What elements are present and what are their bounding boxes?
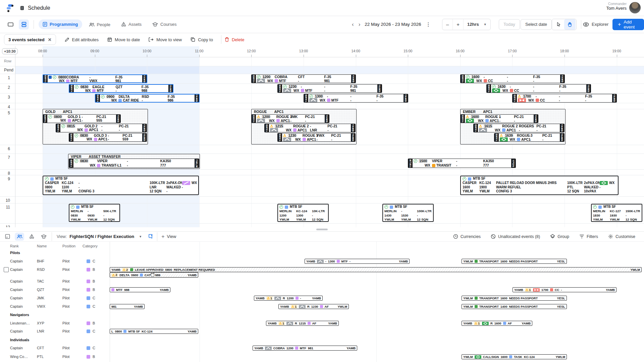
schedule-event[interactable]: YAMB ⚠1215 ROGUE 2-PC-21 WX APC1 LNR-YAM… xyxy=(264,124,356,132)
schedule-event[interactable]: YAMB ⚠1615 ROGUE 2ROGERSPC-21 WX APC1 --… xyxy=(473,124,565,132)
allocation-bar[interactable]: YWLMTRANSPORT1600NEEDS PASSPORTYESL xyxy=(462,259,567,264)
allocation-bar[interactable]: YAMB⚠1R1230AFYWLM xyxy=(278,304,349,309)
schedule-event[interactable]: YAMB ⚠1639 ROGUE 3-PC-21 WX APC1 --YAMB xyxy=(494,133,565,142)
edit-attributes-button[interactable]: Edit attributes xyxy=(65,37,99,42)
prev-date-button[interactable]: ‹ xyxy=(350,21,356,28)
people-view-button[interactable] xyxy=(15,233,24,241)
allocation-bar[interactable]: YAMB⚠1R1215AFYAMB xyxy=(266,321,339,326)
assets-view-button[interactable] xyxy=(27,233,36,241)
view-selector[interactable]: FighterSQN / Fighter Execution xyxy=(69,234,134,239)
origin-airport-tab: YAMB xyxy=(96,95,100,102)
currencies-button[interactable]: Currencies xyxy=(453,234,481,239)
pan-tool-button[interactable] xyxy=(564,19,576,30)
group-button[interactable]: Group xyxy=(550,234,569,239)
group-type: ASSET TRANSFER xyxy=(89,155,121,159)
schedule-event[interactable]: YAMB ✓0830 EAGLEQZTF-35 WX MTF -988YAMB xyxy=(69,84,173,93)
selection-count-pill[interactable]: 3 events selected ✕ xyxy=(4,34,56,45)
bar-text: YAMB xyxy=(328,321,337,325)
unallocated-events-button[interactable]: Unallocated events (8) xyxy=(491,234,540,239)
allocation-bar[interactable]: YAMB⚠1R1200-YAMB xyxy=(254,296,323,301)
timezone-chip[interactable]: +10:30 xyxy=(2,48,18,54)
event-person: - xyxy=(533,85,559,88)
schedule-event[interactable]: YAMB ✓1200 COBRACFTF-35 WX MTF -981YAMB xyxy=(251,74,356,83)
tanker-event[interactable]: ✓MTB SFMERLINKC-127150K-LTR18301930-YWLM… xyxy=(591,204,642,222)
tanker-event[interactable]: ✓MTB SFMERLINKC-12410K-LTR12001300-YWLMY… xyxy=(277,204,329,222)
select-date-button[interactable]: Select date xyxy=(521,19,552,30)
allocation-bar[interactable]: YAMBCOBRA1200MTF981YAMB xyxy=(253,346,357,351)
avatar[interactable] xyxy=(629,2,641,13)
allocation-bar[interactable]: 981YAMB xyxy=(110,304,145,309)
event-person: ROGERS xyxy=(519,124,536,128)
schedule-event[interactable]: YAMB ⚠1700 --F-35 WX CC --YAMB xyxy=(512,94,617,103)
event-type: TRANSIT-L1 xyxy=(101,164,121,167)
allocation-bar[interactable]: MTF988YAMB xyxy=(110,287,170,292)
allocation-bar[interactable]: YWLMTRANSPORT1400NEEDS PASSPORTYESL xyxy=(462,304,567,309)
tab-people[interactable]: People xyxy=(85,20,114,29)
today-button[interactable]: Today xyxy=(499,19,520,30)
panel-splitter[interactable] xyxy=(0,227,644,231)
tab-courses[interactable]: Courses xyxy=(148,19,180,29)
bar-text: YWLM xyxy=(630,268,640,272)
tanker-event[interactable]: ✓MTB SFMERLIN-100K-LTR14301530-YWLMYWLM1… xyxy=(382,204,434,222)
event-type: MTB SF xyxy=(81,205,94,209)
zoom-out-button[interactable]: – xyxy=(442,19,452,30)
user-block[interactable]: Commander Tom Avers xyxy=(606,2,627,11)
add-view-button[interactable]: +View xyxy=(161,234,176,240)
roster-position: Pilot xyxy=(62,355,69,359)
next-date-button[interactable]: › xyxy=(356,21,363,28)
allocation-bar[interactable]: YWLMTRANSPORT1600NEEDS PASSPORTYESL xyxy=(462,296,567,301)
single-pane-layout-button[interactable] xyxy=(5,19,15,29)
collapse-sidebar-icon[interactable]: › xyxy=(20,5,22,11)
cargo-event[interactable]: ✓MTB SFCASPERKC-124-100K-LTR2xPAX-ONWX08… xyxy=(43,176,199,195)
schedule-event[interactable]: YAMB ✓0900 DELTARSDF-35 WX CAT RIDE -986… xyxy=(95,94,200,103)
save-view-button[interactable] xyxy=(148,234,153,239)
schedule-event[interactable]: YAMB ✓0830 GOLD 3-PC-21 WX APC1 -559YAMB xyxy=(69,133,147,142)
roster-view-button[interactable] xyxy=(3,233,12,241)
copy-to-button[interactable]: Copy to xyxy=(191,37,213,42)
check-icon: ✓ xyxy=(283,85,287,88)
schedule-event[interactable]: YAMB ✓1600 --F-35 WX CC --YAMB xyxy=(460,74,565,83)
category-square xyxy=(123,330,126,333)
zoom-in-button[interactable]: + xyxy=(452,19,463,30)
schedule-event[interactable]: YAMB ✓1230 --F-35 WX MTF -981YAMB xyxy=(277,84,382,93)
move-to-view-button[interactable]: Move to view xyxy=(149,37,182,42)
date-options-kebab-icon[interactable]: ⋮ xyxy=(423,21,433,27)
schedule-event[interactable]: YAMB ✓1630 --F-35 WX CC --YAMB xyxy=(486,84,591,93)
schedule-event[interactable]: YAMB ✓0800 COBRA-F-35 WX MTF VWX981YAMB xyxy=(43,74,147,83)
bar-text: YESL xyxy=(557,305,565,308)
allocation-bar[interactable]: YAMB⚠11700CC-YAMB xyxy=(513,287,616,292)
allocation-bar[interactable]: YAMB⚠2LEAVE APPROVED0800REPLACEMENT REQU… xyxy=(110,267,642,272)
chevron-down-icon[interactable]: ▼ xyxy=(139,235,142,238)
select-tool-button[interactable] xyxy=(553,19,564,30)
allocation-bar[interactable]: L0800MTB SFKC-124YAMB xyxy=(110,329,198,334)
tab-programming[interactable]: Programming xyxy=(39,19,82,29)
customise-button[interactable]: Customise xyxy=(608,234,635,239)
zoom-level-dropdown[interactable]: 12hrs▼ xyxy=(463,19,490,30)
tanker-event[interactable]: ✓MTB SFMERLIN-50K-LTR08300930-YWLMYWLM12… xyxy=(69,204,120,222)
bar-text: 1600 xyxy=(500,259,507,263)
schedule-event[interactable]: YWLM ✓1500 VIPER-KA350 WX TRANSIT -777YP… xyxy=(408,159,516,168)
schedule-event[interactable]: YAMB ⚠1230 ROGUE 3VWXPC-21 WX APC1 --YAM… xyxy=(277,133,356,142)
schedule-event[interactable]: YAMB ✓1300 --F-35 WX MTF --YAMB xyxy=(304,94,408,103)
row-checkbox[interactable] xyxy=(4,267,9,272)
tab-assets[interactable]: Assets xyxy=(117,19,146,29)
courses-view-button[interactable] xyxy=(39,233,48,241)
delete-button[interactable]: Delete xyxy=(225,37,245,42)
clear-selection-icon[interactable]: ✕ xyxy=(48,37,52,42)
allocation-bar[interactable]: YAMB-1300MTF-YAMB xyxy=(305,259,410,264)
schedule-event[interactable]: YAMB ⚠1200 ROGUE 1JMKPC-21 WX APC1 --YAM… xyxy=(251,114,329,123)
page-title: Schedule xyxy=(28,5,50,11)
schedule-event[interactable]: YAMB ⚠1600 ROGUE 1-PC-21 WX APC1 --YAMB xyxy=(460,114,538,123)
filters-button[interactable]: Filters xyxy=(579,234,598,239)
allocation-bar[interactable]: YWLMCALLSIGN1600TASKKC-124YWLM xyxy=(462,354,567,359)
move-to-date-button[interactable]: Move to date xyxy=(107,37,140,42)
add-event-button[interactable]: +Add event xyxy=(612,19,644,30)
schedule-event[interactable]: YAMB ✓0815 GOLD 2-PC-21 WX APC1 --YAMB xyxy=(56,124,147,132)
split-pane-layout-button[interactable] xyxy=(19,19,29,29)
schedule-event[interactable]: YAMB ✓0800 GOLD 1-PC-21 WX APC1 -555YAMB xyxy=(43,114,121,123)
cargo-event[interactable]: ✓MTB SFCASPERKC-124PALLET RELOAD DOOR MI… xyxy=(460,176,619,195)
allocation-bar[interactable]: YAMB⚠1R1600AFYAMB xyxy=(462,321,532,326)
date-range[interactable]: 22 May 2026 - 23 May 2026 xyxy=(365,22,421,27)
explorer-button[interactable]: Explorer xyxy=(583,22,608,27)
schedule-event[interactable]: YAMB ✓0830 VIPER-KA350 WX TRANSIT-L1 -77… xyxy=(69,159,199,168)
